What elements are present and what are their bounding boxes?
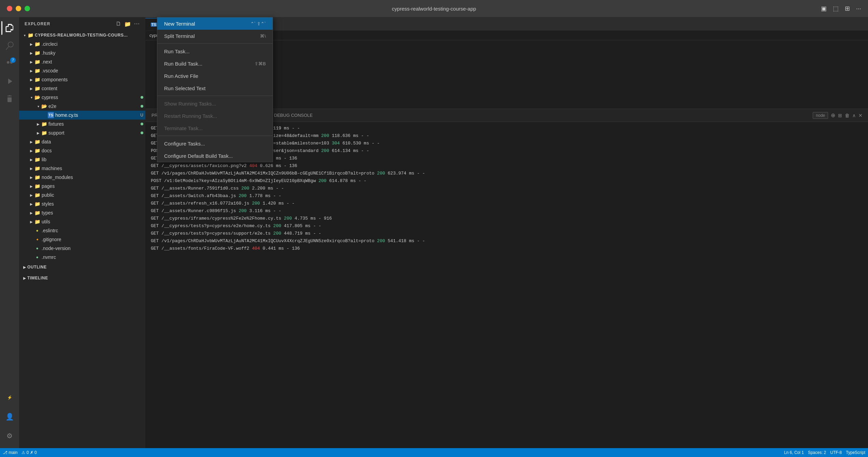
menu-separator [157,43,273,44]
menu-label: Split Terminal [164,33,195,39]
menu-label: Show Running Tasks... [164,101,216,107]
menu-label: Configure Default Build Task... [164,153,233,159]
menu-separator [157,136,273,136]
menu-shortcut: ⌘\ [260,33,266,39]
menu-shortcut: ⌃` ⇧⌃` [250,21,266,26]
dropdown-overlay[interactable]: New Terminal ⌃` ⇧⌃` Split Terminal ⌘\ Ru… [0,0,868,457]
menu-item-run-task[interactable]: Run Task... [157,45,273,57]
menu-shortcut: ⇧⌘B [255,61,266,66]
menu-label: Configure Tasks... [164,141,205,147]
menu-label: Run Active File [164,73,198,79]
menu-item-new-terminal[interactable]: New Terminal ⌃` ⇧⌃` [157,17,273,30]
menu-label: Run Build Task... [164,61,202,67]
menu-item-configure-default-build-task[interactable]: Configure Default Build Task... [157,150,273,162]
menu-label: New Terminal [164,21,195,27]
menu-item-show-running-tasks: Show Running Tasks... [157,97,273,110]
menu-label: Run Task... [164,49,190,54]
menu-item-split-terminal[interactable]: Split Terminal ⌘\ [157,30,273,42]
menu-label: Restart Running Task... [164,113,217,119]
menu-item-run-selected-text[interactable]: Run Selected Text [157,82,273,94]
menu-item-terminate-task: Terminate Task... [157,122,273,134]
menu-item-configure-tasks[interactable]: Configure Tasks... [157,137,273,150]
menu-label: Terminate Task... [164,125,203,131]
menu-item-run-active-file[interactable]: Run Active File [157,70,273,82]
menu-label: Run Selected Text [164,85,205,91]
menu-item-restart-running-task: Restart Running Task... [157,110,273,122]
menu-separator [157,96,273,96]
context-menu: New Terminal ⌃` ⇧⌃` Split Terminal ⌘\ Ru… [157,17,273,162]
menu-item-run-build-task[interactable]: Run Build Task... ⇧⌘B [157,57,273,70]
